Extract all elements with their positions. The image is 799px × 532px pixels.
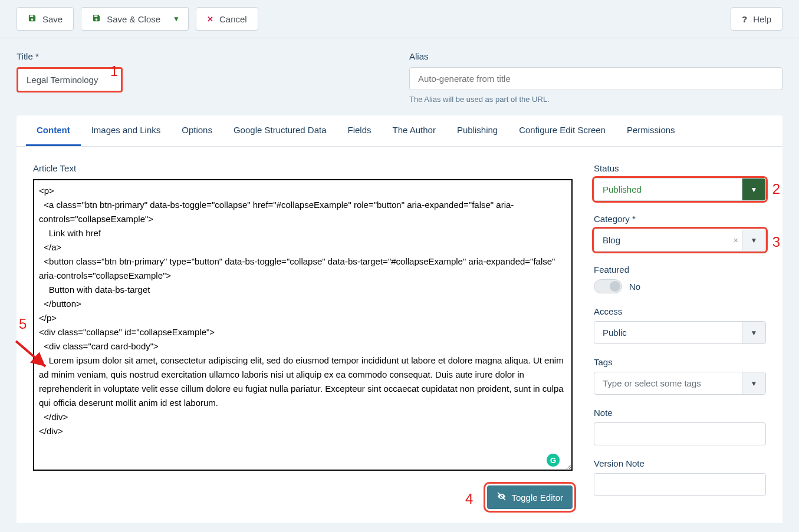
- annotation-4: 4: [465, 491, 473, 507]
- tags-select[interactable]: Type or select some tags ▼: [594, 372, 766, 395]
- tags-label: Tags: [594, 357, 766, 367]
- version-note-input[interactable]: [594, 473, 766, 496]
- cancel-label: Cancel: [219, 14, 247, 24]
- eye-slash-icon: [497, 491, 507, 503]
- help-button[interactable]: ? Help: [731, 7, 782, 31]
- status-value: Published: [603, 184, 642, 194]
- tab-fields[interactable]: Fields: [337, 115, 382, 146]
- featured-toggle[interactable]: [594, 279, 622, 293]
- clear-icon[interactable]: ×: [734, 236, 738, 245]
- tabs-bar: Content Images and Links Options Google …: [17, 115, 782, 147]
- note-label: Note: [594, 408, 766, 418]
- alias-help-text: The Alias will be used as part of the UR…: [409, 95, 782, 104]
- version-note-label: Version Note: [594, 458, 766, 468]
- tab-configure-edit[interactable]: Configure Edit Screen: [508, 115, 616, 146]
- alias-label: Alias: [409, 51, 782, 61]
- chevron-down-icon: ▼: [742, 230, 765, 251]
- toggle-editor-label: Toggle Editor: [511, 493, 563, 503]
- save-close-button[interactable]: Save & Close: [81, 7, 172, 31]
- category-label: Category *: [594, 214, 766, 224]
- cancel-button[interactable]: ✕ Cancel: [196, 7, 258, 31]
- save-button[interactable]: Save: [17, 7, 74, 31]
- access-label: Access: [594, 306, 766, 316]
- toolbar: Save Save & Close ▼ ✕ Cancel ? Help: [0, 0, 799, 38]
- tab-publishing[interactable]: Publishing: [446, 115, 508, 146]
- alias-input[interactable]: [409, 67, 782, 90]
- annotation-3: 3: [772, 234, 780, 250]
- tab-images-links[interactable]: Images and Links: [81, 115, 172, 146]
- close-icon: ✕: [207, 15, 213, 24]
- tab-options[interactable]: Options: [171, 115, 223, 146]
- help-label: Help: [753, 14, 771, 24]
- category-value: Blog: [603, 235, 620, 245]
- chevron-down-icon: ▼: [742, 322, 765, 343]
- chevron-down-icon: ▼: [742, 372, 765, 394]
- article-textarea[interactable]: [33, 179, 573, 471]
- tab-author[interactable]: The Author: [382, 115, 446, 146]
- help-icon: ?: [742, 14, 747, 24]
- tab-content[interactable]: Content: [26, 115, 81, 146]
- note-input[interactable]: [594, 422, 766, 445]
- tab-structured-data[interactable]: Google Structured Data: [223, 115, 337, 146]
- title-input[interactable]: [17, 67, 123, 92]
- tags-placeholder: Type or select some tags: [603, 378, 701, 388]
- save-close-dropdown[interactable]: ▼: [165, 7, 189, 31]
- save-close-label: Save & Close: [107, 14, 160, 24]
- status-select[interactable]: Published ▼: [594, 178, 766, 201]
- title-label: Title *: [17, 51, 388, 61]
- access-select[interactable]: Public ▼: [594, 321, 766, 344]
- annotation-5: 5: [19, 316, 27, 332]
- tab-permissions[interactable]: Permissions: [616, 115, 686, 146]
- featured-label: Featured: [594, 265, 766, 275]
- chevron-down-icon: ▼: [742, 179, 765, 200]
- annotation-2: 2: [772, 181, 780, 197]
- access-value: Public: [603, 328, 627, 338]
- category-select[interactable]: Blog × ▼: [594, 229, 766, 252]
- status-label: Status: [594, 163, 766, 173]
- article-text-label: Article Text: [33, 163, 573, 173]
- save-label: Save: [42, 14, 63, 24]
- grammarly-icon: G: [547, 454, 560, 467]
- toggle-editor-button[interactable]: Toggle Editor: [487, 485, 573, 509]
- chevron-down-icon: ▼: [173, 15, 180, 23]
- featured-value: No: [629, 282, 640, 292]
- floppy-icon: [92, 14, 101, 24]
- floppy-icon: [28, 14, 37, 24]
